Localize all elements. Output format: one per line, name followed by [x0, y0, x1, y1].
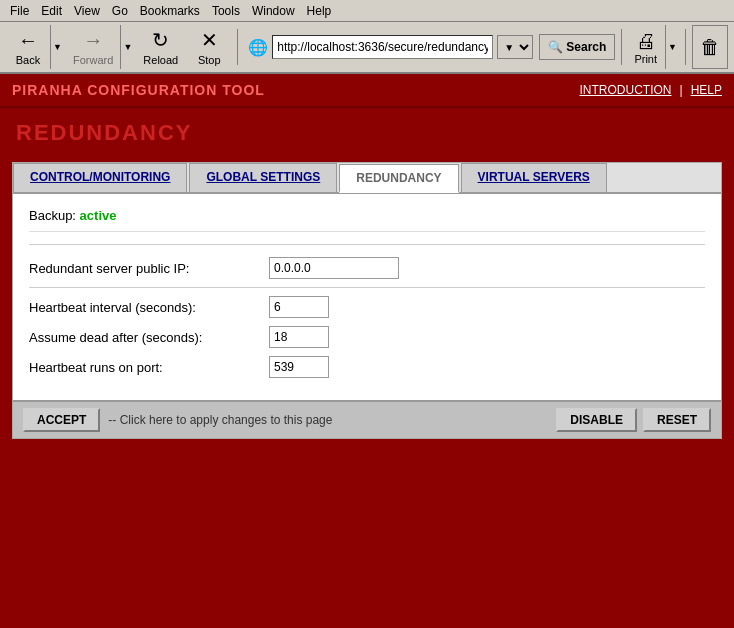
back-label: Back: [16, 54, 40, 66]
tab-control-monitoring[interactable]: CONTROL/MONITORING: [13, 163, 187, 192]
form-section: Redundant server public IP: Heartbeat in…: [29, 253, 705, 390]
action-btns-right: DISABLE RESET: [556, 408, 711, 432]
forward-label: Forward: [73, 54, 113, 66]
reload-label: Reload: [143, 54, 178, 66]
forward-icon: →: [83, 29, 103, 52]
toolbar-separator-2: [621, 29, 622, 65]
heartbeat-interval-label: Heartbeat interval (seconds):: [29, 300, 269, 315]
disable-button[interactable]: DISABLE: [556, 408, 637, 432]
redundant-ip-label: Redundant server public IP:: [29, 261, 269, 276]
tab-bar: CONTROL/MONITORING GLOBAL SETTINGS REDUN…: [13, 163, 721, 194]
back-button[interactable]: ← Back: [6, 25, 50, 69]
divider-1: [29, 244, 705, 245]
search-button[interactable]: 🔍 Search: [539, 34, 615, 60]
header-link-divider: |: [680, 83, 683, 97]
print-icon: 🖨: [636, 30, 656, 53]
app-title-bold: PIRANHA: [12, 82, 82, 98]
backup-label: Backup:: [29, 208, 76, 223]
heartbeat-port-row: Heartbeat runs on port:: [29, 356, 705, 378]
trash-icon: 🗑: [700, 36, 720, 59]
app-title: PIRANHA CONFIGURATION TOOL: [12, 82, 265, 98]
heartbeat-interval-row: Heartbeat interval (seconds):: [29, 296, 705, 318]
trash-button[interactable]: 🗑: [692, 25, 728, 69]
search-label: Search: [566, 40, 606, 54]
content-body: Backup: active Redundant server public I…: [13, 194, 721, 400]
menu-help[interactable]: Help: [301, 2, 338, 20]
accept-button[interactable]: ACCEPT: [23, 408, 100, 432]
header-links: INTRODUCTION | HELP: [580, 83, 722, 97]
assume-dead-label: Assume dead after (seconds):: [29, 330, 269, 345]
menu-go[interactable]: Go: [106, 2, 134, 20]
menu-view[interactable]: View: [68, 2, 106, 20]
back-icon: ←: [18, 29, 38, 52]
reset-button[interactable]: RESET: [643, 408, 711, 432]
redundant-ip-input[interactable]: [269, 257, 399, 279]
browser-content: PIRANHA CONFIGURATION TOOL INTRODUCTION …: [0, 74, 734, 628]
stop-button[interactable]: ✕ Stop: [187, 25, 231, 69]
backup-status: active: [80, 208, 117, 223]
forward-button-group: → Forward ▼: [66, 25, 134, 69]
heartbeat-port-label: Heartbeat runs on port:: [29, 360, 269, 375]
page-title: REDUNDANCY: [16, 120, 718, 146]
address-icon: 🌐: [248, 38, 268, 57]
address-dropdown[interactable]: ▼: [497, 35, 533, 59]
tab-redundancy[interactable]: REDUNDANCY: [339, 164, 458, 193]
stop-label: Stop: [198, 54, 221, 66]
toolbar-separator-3: [685, 29, 686, 65]
reload-button[interactable]: ↻ Reload: [136, 25, 185, 69]
menu-tools[interactable]: Tools: [206, 2, 246, 20]
print-label: Print: [634, 53, 657, 65]
stop-icon: ✕: [201, 28, 218, 52]
action-hint: -- Click here to apply changes to this p…: [108, 413, 548, 427]
app-title-rest: CONFIGURATION TOOL: [82, 82, 265, 98]
toolbar-separator-1: [237, 29, 238, 65]
page-title-area: REDUNDANCY: [0, 108, 734, 162]
heartbeat-port-input[interactable]: [269, 356, 329, 378]
back-dropdown[interactable]: ▼: [50, 25, 64, 69]
tab-virtual-servers[interactable]: VIRTUAL SERVERS: [461, 163, 607, 192]
heartbeat-interval-input[interactable]: [269, 296, 329, 318]
forward-dropdown[interactable]: ▼: [120, 25, 134, 69]
tab-global-settings[interactable]: GLOBAL SETTINGS: [189, 163, 337, 192]
forward-button[interactable]: → Forward: [66, 25, 120, 69]
help-link[interactable]: HELP: [691, 83, 722, 97]
menu-file[interactable]: File: [4, 2, 35, 20]
print-button[interactable]: 🖨 Print: [628, 25, 663, 69]
address-input[interactable]: [272, 35, 493, 59]
menu-window[interactable]: Window: [246, 2, 301, 20]
menu-edit[interactable]: Edit: [35, 2, 68, 20]
action-bar: ACCEPT -- Click here to apply changes to…: [13, 400, 721, 438]
print-dropdown[interactable]: ▼: [665, 25, 679, 69]
assume-dead-input[interactable]: [269, 326, 329, 348]
menu-bookmarks[interactable]: Bookmarks: [134, 2, 206, 20]
content-area: CONTROL/MONITORING GLOBAL SETTINGS REDUN…: [12, 162, 722, 439]
reload-icon: ↻: [152, 28, 169, 52]
app-header: PIRANHA CONFIGURATION TOOL INTRODUCTION …: [0, 74, 734, 108]
backup-row: Backup: active: [29, 204, 705, 232]
introduction-link[interactable]: INTRODUCTION: [580, 83, 672, 97]
assume-dead-row: Assume dead after (seconds):: [29, 326, 705, 348]
address-bar: 🌐 ▼: [248, 35, 533, 59]
toolbar: ← Back ▼ → Forward ▼ ↻ Reload ✕ Stop 🌐 ▼…: [0, 22, 734, 74]
divider-2: [29, 287, 705, 288]
search-icon: 🔍: [548, 40, 563, 54]
redundant-ip-row: Redundant server public IP:: [29, 257, 705, 279]
menu-bar: File Edit View Go Bookmarks Tools Window…: [0, 0, 734, 22]
back-button-group: ← Back ▼: [6, 25, 64, 69]
